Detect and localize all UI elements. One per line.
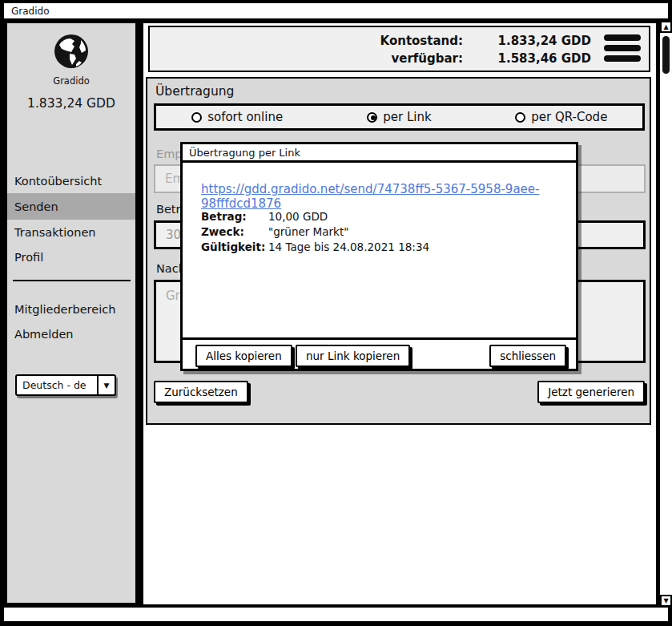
sidebar-secondary-menu: Mitgliederbereich Abmelden: [7, 297, 135, 346]
window-title: Gradido: [11, 6, 50, 17]
radio-label: sofort online: [207, 110, 283, 124]
reset-button[interactable]: Zurücksetzen: [154, 381, 248, 403]
close-button[interactable]: schliessen: [489, 345, 566, 367]
radio-per-link[interactable]: per Link: [318, 110, 480, 124]
detail-label: Gültigkeit:: [201, 240, 268, 255]
chevron-down-icon[interactable]: ▼: [97, 376, 115, 394]
sidebar-item-senden[interactable]: Senden: [7, 193, 135, 220]
scrollbar-down-icon[interactable]: ▼: [660, 595, 672, 607]
detail-label: Betrag:: [201, 209, 268, 224]
sidebar-item-label: Kontoübersicht: [14, 175, 102, 188]
transfer-link-dialog: Übertragung per Link https://gdd.gradido…: [180, 142, 578, 371]
main-area: Kontostand: 1.833,24 GDD verfügbar: 1.58…: [141, 21, 658, 607]
kontostand-value: 1.833,24 GDD: [463, 32, 591, 50]
balance-row: Kontostand: 1.833,24 GDD: [351, 32, 591, 50]
logo-caption: Gradido: [7, 75, 135, 87]
transfer-link[interactable]: https://gdd.gradido.net/send/74738ff5-53…: [201, 182, 576, 211]
status-bar: [4, 608, 668, 621]
detail-label: Zweck:: [201, 224, 268, 240]
sidebar-balance: 1.833,24 GDD: [7, 96, 135, 111]
generate-button[interactable]: Jetzt generieren: [537, 381, 645, 403]
hamburger-bar: [604, 34, 641, 41]
dialog-footer: Alles kopieren nur Link kopieren schlies…: [183, 337, 576, 369]
copy-link-button[interactable]: nur Link kopieren: [296, 345, 410, 367]
balance-summary: Kontostand: 1.833,24 GDD verfügbar: 1.58…: [351, 32, 591, 67]
sidebar-item-label: Mitgliederbereich: [14, 303, 115, 316]
sidebar-item-label: Transaktionen: [14, 226, 96, 239]
transfer-panel-title: Übertragung: [155, 84, 234, 99]
verfuegbar-value: 1.583,46 GDD: [463, 50, 591, 67]
dialog-title-bar: Übertragung per Link: [183, 144, 576, 163]
sidebar-item-label: Abmelden: [14, 328, 74, 341]
language-select[interactable]: Deutsch - de ▼: [15, 374, 116, 396]
hamburger-menu-icon[interactable]: [604, 34, 641, 66]
balance-header: Kontostand: 1.833,24 GDD verfügbar: 1.58…: [148, 26, 650, 72]
kontostand-label: Kontostand:: [351, 32, 463, 50]
radio-icon: [191, 112, 202, 123]
dialog-details: Betrag: 10,00 GDD Zweck: "grüner Markt" …: [201, 209, 429, 255]
detail-row: Betrag: 10,00 GDD: [201, 209, 429, 224]
sidebar-divider: [13, 280, 131, 281]
radio-sofort-online[interactable]: sofort online: [156, 110, 318, 124]
browser-content: Gradido 1.833,24 GDD Kontoübersicht Send…: [3, 21, 669, 607]
hamburger-bar: [604, 45, 641, 51]
scrollbar-track[interactable]: ▲ ▼: [658, 21, 672, 607]
radio-per-qr-code[interactable]: per QR-Code: [481, 110, 642, 124]
logo-wrap: Gradido: [7, 32, 135, 87]
language-select-value: Deutsch - de: [17, 376, 97, 394]
copy-all-button[interactable]: Alles kopieren: [195, 345, 292, 367]
sidebar-item-transaktionen[interactable]: Transaktionen: [7, 220, 135, 244]
radio-label: per Link: [383, 110, 431, 124]
radio-checked-icon: [367, 112, 377, 123]
sidebar-item-mitgliederbereich[interactable]: Mitgliederbereich: [7, 297, 135, 321]
transfer-mode-radio-group: sofort online per Link per QR-Code: [154, 103, 645, 131]
detail-row: Zweck: "grüner Markt": [201, 224, 429, 240]
sidebar-item-label: Profil: [14, 251, 43, 264]
verfuegbar-label: verfügbar:: [351, 50, 463, 67]
dialog-body: https://gdd.gradido.net/send/74738ff5-53…: [183, 163, 576, 337]
radio-label: per QR-Code: [531, 110, 607, 124]
dialog-title: Übertragung per Link: [189, 147, 300, 159]
sidebar-item-label: Senden: [14, 200, 58, 213]
detail-value: 10,00 GDD: [268, 209, 328, 224]
globe-icon: [52, 59, 91, 74]
sidebar: Gradido 1.833,24 GDD Kontoübersicht Send…: [5, 21, 138, 605]
detail-value: "grüner Markt": [268, 224, 348, 240]
window-title-bar: Gradido: [4, 3, 668, 18]
hamburger-bar: [604, 55, 641, 62]
detail-value: 14 Tage bis 24.08.2021 18:34: [268, 240, 429, 255]
sidebar-item-profil[interactable]: Profil: [7, 244, 135, 269]
radio-icon: [515, 112, 525, 123]
scrollbar-up-icon[interactable]: ▲: [660, 21, 672, 33]
scrollbar-thumb[interactable]: [662, 36, 670, 74]
sidebar-menu: Kontoübersicht Senden Transaktionen Prof…: [7, 168, 135, 269]
balance-row: verfügbar: 1.583,46 GDD: [351, 50, 591, 67]
detail-row: Gültigkeit: 14 Tage bis 24.08.2021 18:34: [201, 240, 429, 255]
sidebar-item-kontouebersicht[interactable]: Kontoübersicht: [7, 168, 135, 193]
sidebar-item-abmelden[interactable]: Abmelden: [7, 321, 135, 346]
